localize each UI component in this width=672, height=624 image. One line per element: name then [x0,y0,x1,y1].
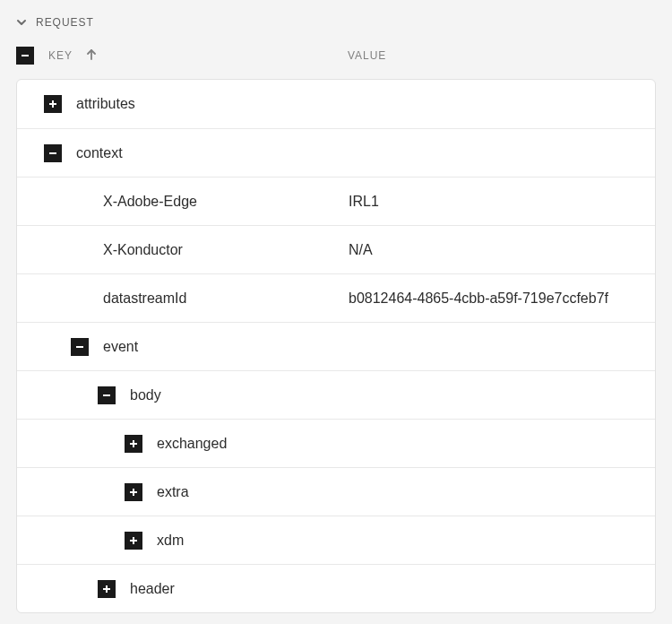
tree-table: attributescontextX-Adobe-EdgeIRL1X-Kondu… [16,79,656,613]
tree-row-key-cell: datastreamId [30,290,349,308]
tree-row-key-cell: body [30,386,349,404]
expand-icon[interactable] [44,95,62,113]
toggle-spacer [71,193,89,211]
tree-row-value: IRL1 [349,194,642,210]
collapse-icon[interactable] [44,144,62,162]
expand-icon[interactable] [125,483,142,501]
toggle-spacer [71,290,89,308]
tree-row-key-cell: context [30,144,349,162]
tree-row-key: event [103,339,138,355]
tree-row-key-cell: event [30,338,349,356]
tree-row-key-cell: extra [30,483,349,501]
expand-icon[interactable] [125,435,142,453]
collapse-icon[interactable] [71,338,89,356]
section-title: REQUEST [36,16,94,29]
tree-row-key-cell: X-Konductor [30,241,349,259]
tree-row[interactable]: exchanged [17,419,655,467]
sort-asc-icon[interactable] [87,49,96,63]
section-header: REQUEST [0,0,672,38]
tree-row[interactable]: body [17,370,655,419]
tree-row[interactable]: X-Adobe-EdgeIRL1 [17,177,655,225]
tree-row-key: xdm [157,533,184,549]
tree-row-key-cell: header [30,580,349,598]
collapse-all-toggle[interactable] [16,47,34,65]
tree-row-key-cell: exchanged [30,435,349,453]
tree-row-key: exchanged [157,436,227,452]
column-header-row: KEY VALUE [0,38,672,79]
tree-row-key: X-Adobe-Edge [103,194,197,210]
tree-row-key-cell: attributes [30,95,349,113]
tree-row[interactable]: extra [17,467,655,516]
tree-row[interactable]: header [17,564,655,612]
tree-row-key-cell: xdm [30,532,349,550]
tree-row[interactable]: attributes [17,80,655,128]
column-header-value[interactable]: VALUE [348,49,386,62]
expand-icon[interactable] [125,532,142,550]
tree-row-key: body [130,387,161,403]
column-header-key[interactable]: KEY [48,49,73,62]
tree-row-key: context [76,145,123,161]
tree-row-key: X-Konductor [103,242,183,258]
tree-row-key: datastreamId [103,290,186,307]
tree-row[interactable]: X-KonductorN/A [17,225,655,273]
tree-row[interactable]: xdm [17,516,655,564]
tree-row[interactable]: datastreamIdb0812464-4865-4cbb-a59f-719e… [17,273,655,322]
tree-row-key: extra [157,484,189,500]
tree-row-key: attributes [76,96,135,112]
tree-row-value: b0812464-4865-4cbb-a59f-719e7ccfeb7f [349,290,642,307]
chevron-down-icon[interactable] [16,17,27,28]
tree-row-value: N/A [349,242,642,258]
toggle-spacer [71,241,89,259]
tree-row-key: header [130,581,175,597]
tree-row[interactable]: event [17,322,655,370]
tree-row[interactable]: context [17,128,655,177]
expand-icon[interactable] [98,580,116,598]
collapse-icon[interactable] [98,386,116,404]
tree-row-key-cell: X-Adobe-Edge [30,193,349,211]
